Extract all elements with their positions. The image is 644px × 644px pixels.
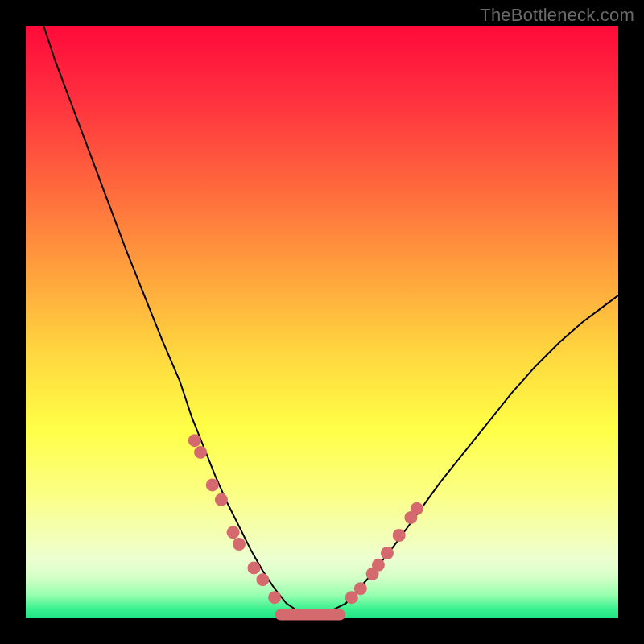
- highlight-dot: [227, 526, 240, 539]
- chart-svg: [26, 26, 618, 618]
- highlight-dot: [372, 559, 385, 572]
- highlight-dots-group: [188, 434, 423, 604]
- highlight-dot: [381, 547, 394, 559]
- highlight-dot: [194, 446, 207, 459]
- highlight-dot: [233, 538, 246, 551]
- highlight-dot: [354, 582, 367, 595]
- highlight-dot: [268, 591, 281, 604]
- watermark-text: TheBottleneck.com: [480, 5, 634, 26]
- highlight-dot: [247, 561, 260, 574]
- highlight-dot: [256, 573, 269, 586]
- chart-plot-area: [26, 26, 618, 618]
- highlight-dot: [188, 434, 201, 447]
- highlight-dot: [393, 529, 406, 542]
- highlight-dot: [215, 493, 228, 506]
- highlight-dot: [206, 478, 219, 491]
- highlight-dot: [411, 502, 423, 515]
- bottleneck-curve: [43, 26, 618, 615]
